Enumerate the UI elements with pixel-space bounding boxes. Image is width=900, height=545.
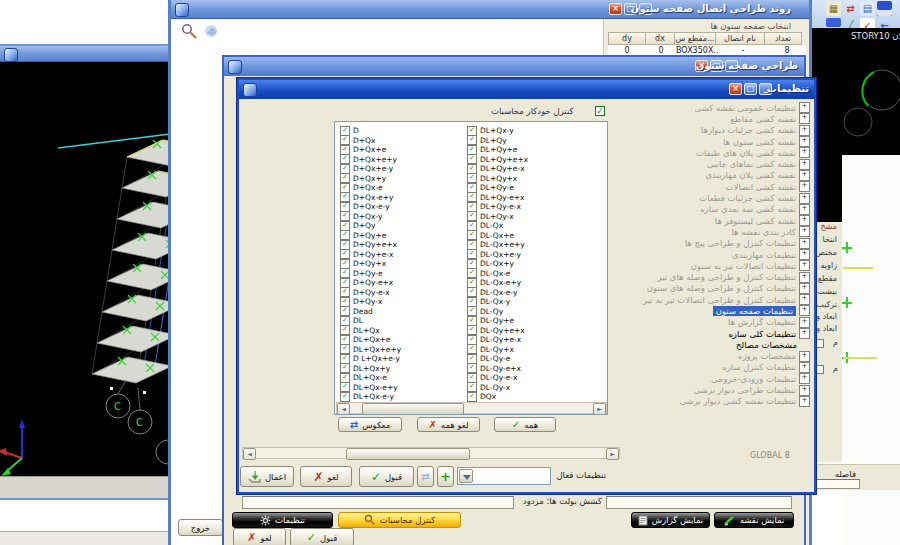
checkbox-checked-icon[interactable]: ✓ <box>340 382 350 392</box>
tree-item[interactable]: +تنظیمات مهاربندی <box>617 249 810 260</box>
design-titlebar[interactable]: × □ _ طراحي صفحه ستون <box>224 57 804 76</box>
cancel-button[interactable]: لغو✗ <box>233 528 286 545</box>
expand-icon[interactable]: + <box>799 102 810 113</box>
checkbox-checked-icon[interactable]: ✓ <box>340 259 350 269</box>
checkbox-checked-icon[interactable]: ✓ <box>340 392 350 402</box>
load-combo-item[interactable]: ✓D+Qy+x <box>340 259 401 269</box>
checkbox-checked-icon[interactable]: ✓ <box>467 164 477 174</box>
checkbox-checked-icon[interactable]: ✓ <box>467 221 477 231</box>
checkbox-checked-icon[interactable]: ✓ <box>340 230 350 240</box>
tree-item[interactable]: +تنظیمات کنترل و طراحی وصله های ستون <box>617 283 810 294</box>
expand-icon[interactable]: + <box>799 170 810 181</box>
checkbox-checked-icon[interactable]: ✓ <box>467 173 477 183</box>
load-combo-item[interactable]: ✓DL+Qy+x <box>467 174 528 184</box>
expand-icon[interactable]: + <box>799 373 810 384</box>
load-combo-item[interactable]: ✓D+Qx+e-y <box>340 164 401 174</box>
expand-icon[interactable]: + <box>799 147 810 158</box>
column-header[interactable]: ...مقطع س <box>675 32 716 45</box>
distance-field[interactable] <box>814 479 860 489</box>
load-combo-item[interactable]: ✓DL+Qy+e <box>467 145 528 155</box>
expand-icon[interactable]: + <box>799 136 810 147</box>
tree-item[interactable]: +مشخصات پروژه <box>617 351 810 362</box>
checkbox-checked-icon[interactable]: ✓ <box>340 240 350 250</box>
tree-item[interactable]: +تنظیمات کنترل و طراحی وصله های تیر <box>617 271 810 282</box>
load-combo-item[interactable]: ✓DL-Qy-e+x <box>467 364 528 374</box>
tree-item[interactable]: +تنظیمات کنترل و طراحی اتصالات تیر به تی… <box>617 294 810 305</box>
load-combo-item[interactable]: ✓DL-Qy-e <box>467 354 528 364</box>
load-combo-item[interactable]: ✓DL+Qx+e+y <box>340 345 401 355</box>
calc-control-button[interactable]: کنترل محاسبات <box>338 512 461 528</box>
checkbox-checked-icon[interactable]: ✓ <box>467 202 477 212</box>
column-header[interactable]: تعداد <box>765 32 802 45</box>
tree-item[interactable]: +کادر بندی نقشه ها <box>617 226 810 237</box>
load-combo-item[interactable]: ✓DL-Qy+e <box>467 316 528 326</box>
checkbox-checked-icon[interactable]: ✓ <box>467 249 477 259</box>
checkbox-checked-icon[interactable]: ✓ <box>467 354 477 364</box>
load-combo-item[interactable]: ✓DL-Qy-e-x <box>467 373 528 383</box>
load-combo-item[interactable]: ✓D+Qy+e-x <box>340 250 401 260</box>
checkbox-checked-icon[interactable]: ✓ <box>467 230 477 240</box>
tree-item[interactable]: +تنظیمات اتصالات تیر به ستون <box>617 260 810 271</box>
expand-icon[interactable]: + <box>799 113 810 124</box>
expand-icon[interactable]: + <box>799 181 810 192</box>
checkbox-checked-icon[interactable]: ✓ <box>340 145 350 155</box>
load-combo-item[interactable]: ✓DL+Qx-e <box>340 373 401 383</box>
settings-button[interactable]: تنظیمات <box>232 512 333 528</box>
render-film-icon[interactable]: ▤ <box>860 1 875 16</box>
scroll-thumb[interactable] <box>346 448 470 460</box>
expand-icon[interactable]: + <box>799 283 810 294</box>
load-combo-item[interactable]: ✓DL-Qx+e-y <box>467 250 528 260</box>
tree-item[interactable]: مشخصات مصالح <box>617 339 810 350</box>
load-combo-item[interactable]: ✓DL+Qy+e-x <box>467 164 528 174</box>
tree-item[interactable]: +تنظیمات نقشه کشی دیوار برشی <box>617 396 810 407</box>
expand-icon[interactable]: + <box>799 362 810 373</box>
expand-icon[interactable]: + <box>799 328 810 339</box>
load-combos-listbox[interactable]: ✓D✓D+Qx✓D+Qx+e✓D+Qx+e+y✓D+Qx+e-y✓D+Qx+y✓… <box>334 121 608 415</box>
load-combo-item[interactable]: ✓DL+Qx-e-y <box>340 392 401 402</box>
checkbox-checked-icon[interactable]: ✓ <box>340 211 350 221</box>
show-report-button[interactable]: نمایش گزارش <box>631 512 710 528</box>
load-combo-item[interactable]: ✓D+Qx-e <box>340 183 401 193</box>
tree-item[interactable]: +تنظیمات ورودی-خروجی <box>617 373 810 384</box>
load-combo-item[interactable]: ✓D+Qx+e <box>340 145 401 155</box>
load-combo-item[interactable]: ✓DL+Qy-e+x <box>467 193 528 203</box>
load-combo-item[interactable]: ✓DL-Qx-y <box>467 297 528 307</box>
load-combo-item[interactable]: ✓DL+Qy-e <box>467 183 528 193</box>
load-combo-item[interactable]: ✓D+Qx+y <box>340 174 401 184</box>
result-field[interactable] <box>606 496 792 509</box>
scroll-left-icon[interactable]: ◄ <box>243 448 256 460</box>
checkbox-checked-icon[interactable]: ✓ <box>467 325 477 335</box>
combo-dropdown-button[interactable] <box>459 469 473 483</box>
column-header[interactable]: dx <box>646 32 675 45</box>
checkbox-checked-icon[interactable]: ✓ <box>467 211 477 221</box>
load-combo-item[interactable]: ✓DQx <box>467 392 528 402</box>
tree-item[interactable]: +تنظیمات کلی سازه <box>617 328 810 339</box>
load-combo-item[interactable]: ✓DL-Qx+e <box>467 231 528 241</box>
tree-item[interactable]: +تنظیمات گزارش ها <box>617 317 810 328</box>
checkbox-checked-icon[interactable]: ✓ <box>340 344 350 354</box>
maximize-icon[interactable]: □ <box>744 83 757 95</box>
accept-button[interactable]: قبول✓ <box>290 528 354 545</box>
load-combo-item[interactable]: ✓DL+Qx+e <box>340 335 401 345</box>
model-3d-icon[interactable] <box>203 23 221 40</box>
checkbox-checked-icon[interactable]: ✓ <box>467 287 477 297</box>
checkbox-checked-icon[interactable]: ✓ <box>467 145 477 155</box>
checkbox-checked-icon[interactable]: ✓ <box>467 344 477 354</box>
checkbox-checked-icon[interactable]: ✓ <box>467 373 477 383</box>
checkbox-checked-icon[interactable]: ✓ <box>340 306 350 316</box>
expand-icon[interactable]: + <box>799 215 810 226</box>
load-combo-item[interactable]: ✓D <box>340 126 401 136</box>
close-icon[interactable]: × <box>729 83 742 95</box>
expand-icon[interactable]: + <box>799 125 810 136</box>
load-combo-item[interactable]: ✓D+Qx-e-y <box>340 202 401 212</box>
checkbox-checked-icon[interactable]: ✓ <box>340 268 350 278</box>
expand-icon[interactable]: + <box>799 272 810 283</box>
section-tool-icon[interactable]: ▦ <box>826 1 841 16</box>
expand-icon[interactable]: + <box>799 204 810 215</box>
checkbox-checked-icon[interactable]: ✓ <box>340 373 350 383</box>
load-combo-item[interactable]: ✓DL-Qx+e+y <box>467 240 528 250</box>
load-combo-item[interactable]: ✓Dead <box>340 307 401 317</box>
tree-item[interactable]: +نقشه کشی پلان های طبقات <box>617 147 810 158</box>
tree-item[interactable]: +نقشه کشی مقاطع <box>617 113 810 124</box>
tree-item[interactable]: +تنظیمات عمومی نقشه کشی <box>617 102 810 113</box>
